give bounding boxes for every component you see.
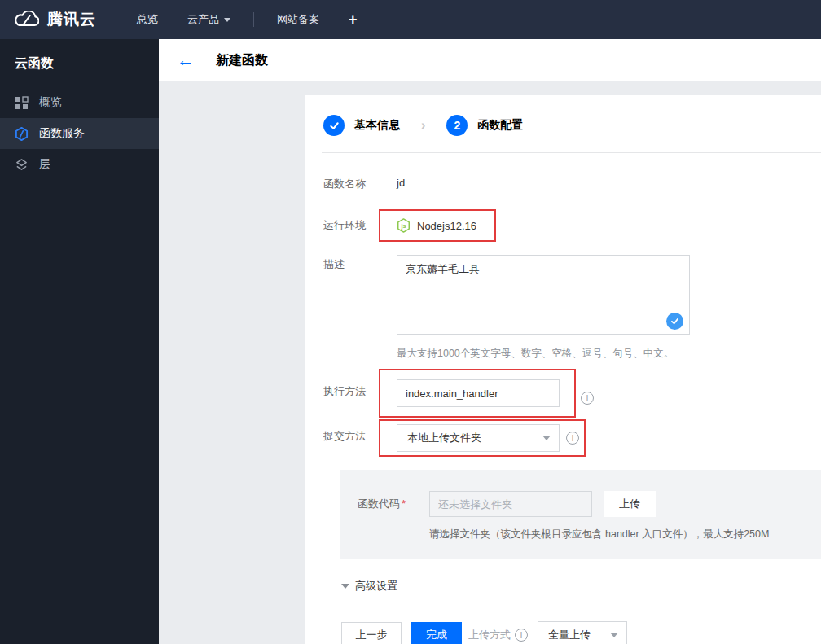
topnav-item-overview[interactable]: 总览 <box>125 0 169 39</box>
brand-name: 腾讯云 <box>47 9 96 30</box>
submit-method-info-icon[interactable]: i <box>566 432 579 445</box>
description-label: 描述 <box>323 255 397 272</box>
svg-text:js: js <box>401 222 406 230</box>
advanced-settings-toggle[interactable]: 高级设置 <box>341 579 821 594</box>
description-textarea[interactable]: 京东薅羊毛工具 <box>397 255 690 335</box>
tencent-cloud-brand[interactable]: 腾讯云 <box>0 9 111 30</box>
row-submit-method: 提交方法 本地上传文件夹 i <box>323 418 821 457</box>
handler-info-icon[interactable]: i <box>581 392 594 405</box>
sidebar-item-layers[interactable]: 层 <box>0 149 159 180</box>
topnav-item-icp[interactable]: 网站备案 <box>266 0 331 39</box>
finish-button[interactable]: 完成 <box>411 622 462 644</box>
row-function-name: 函数名称 jd <box>323 174 821 191</box>
function-code-section: 函数代码* 上传 请选择文件夹（该文件夹根目录应包含 handler 入口文件）… <box>340 470 821 559</box>
step-indicator: 基本信息 › 2 函数配置 <box>305 95 821 136</box>
sidebar-item-overview[interactable]: 概览 <box>0 87 159 118</box>
row-description: 描述 京东薅羊毛工具 最大支持1000个英文字母、数字、空格、逗号、句号、中文。 <box>323 255 821 361</box>
sidebar-item-label: 概览 <box>39 95 62 110</box>
description-field-wrap: 京东薅羊毛工具 <box>397 255 690 338</box>
add-tab-button[interactable]: + <box>337 11 369 28</box>
function-config-form: 函数名称 jd 运行环境 js Nodejs12.16 <box>305 153 821 644</box>
annotation-box-runtime: js Nodejs12.16 <box>379 209 496 242</box>
topnav-divider <box>253 12 254 27</box>
step-check-icon <box>323 115 345 136</box>
runtime-value: Nodejs12.16 <box>417 220 476 232</box>
function-hexagon-icon <box>15 127 29 141</box>
upload-mode-info-icon[interactable]: i <box>515 629 528 642</box>
dropdown-caret-icon <box>610 633 618 637</box>
topbar: 腾讯云 总览 云产品 网站备案 + <box>0 0 821 39</box>
back-arrow-icon[interactable]: ← <box>177 51 195 69</box>
advanced-settings-label: 高级设置 <box>355 579 397 594</box>
submit-method-value: 本地上传文件夹 <box>407 431 481 445</box>
valid-check-icon <box>666 313 683 330</box>
sidebar-item-functions[interactable]: 函数服务 <box>0 118 159 149</box>
sidebar: 云函数 概览 函数服务 层 <box>0 39 159 644</box>
annotation-box-submit-method: 本地上传文件夹 i <box>379 419 586 457</box>
row-handler: 执行方法 i <box>323 361 821 418</box>
step-number: 2 <box>446 115 468 136</box>
previous-step-button[interactable]: 上一步 <box>341 622 402 644</box>
nodejs-icon: js <box>397 218 410 233</box>
function-name-label: 函数名称 <box>323 174 397 191</box>
annotation-box-handler <box>379 369 576 418</box>
page-title: 新建函数 <box>216 52 268 69</box>
caret-down-icon <box>224 18 230 22</box>
sidebar-item-label: 层 <box>39 157 50 172</box>
dropdown-caret-icon <box>542 436 551 440</box>
layers-icon <box>15 158 29 172</box>
function-code-hint: 请选择文件夹（该文件夹根目录应包含 handler 入口文件），最大支持250M <box>429 528 821 541</box>
sidebar-title: 云函数 <box>0 39 159 87</box>
step-label: 基本信息 <box>354 118 400 133</box>
grid-icon <box>15 96 29 110</box>
topnav-item-products[interactable]: 云产品 <box>176 0 242 39</box>
description-hint: 最大支持1000个英文字母、数字、空格、逗号、句号、中文。 <box>397 347 690 361</box>
upload-mode: 上传方式 i <box>468 628 528 642</box>
main-area: ← 新建函数 基本信息 › 2 函数配置 <box>159 39 821 644</box>
upload-mode-label: 上传方式 <box>468 628 511 642</box>
content-area: 基本信息 › 2 函数配置 函数名称 jd 运行环境 <box>159 81 821 644</box>
upload-button[interactable]: 上传 <box>604 491 656 517</box>
function-name-value: jd <box>397 174 405 189</box>
step-label: 函数配置 <box>477 118 523 133</box>
tencent-cloud-logo-icon <box>15 11 39 28</box>
required-star: * <box>402 497 406 510</box>
step-basic-info: 基本信息 <box>323 115 400 136</box>
page-header: ← 新建函数 <box>159 39 821 81</box>
advanced-caret-icon <box>341 584 349 589</box>
row-runtime: 运行环境 js Nodejs12.16 <box>323 198 821 242</box>
create-function-card: 基本信息 › 2 函数配置 函数名称 jd 运行环境 <box>305 95 821 644</box>
topnav: 总览 云产品 网站备案 + <box>125 0 369 39</box>
step-chevron-icon: › <box>421 118 425 133</box>
folder-path-input[interactable] <box>429 491 592 517</box>
submit-method-dropdown[interactable]: 本地上传文件夹 <box>397 424 560 452</box>
step-function-config: 2 函数配置 <box>446 115 523 136</box>
upload-mode-dropdown[interactable]: 全量上传 <box>538 621 627 644</box>
footer-actions: 上一步 完成 上传方式 i 全量上传 <box>341 621 821 644</box>
function-code-label: 函数代码* <box>358 497 429 511</box>
upload-mode-value: 全量上传 <box>548 628 591 642</box>
row-function-code: 函数代码* 上传 <box>358 491 821 517</box>
sidebar-item-label: 函数服务 <box>39 126 85 141</box>
handler-input[interactable] <box>397 379 560 407</box>
